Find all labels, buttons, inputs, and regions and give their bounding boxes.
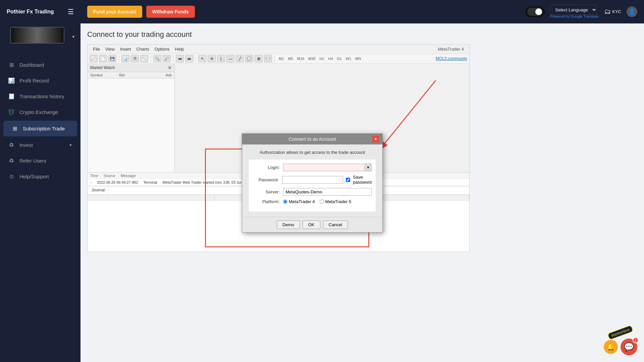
we-are-here-text: WeAreHere bbox=[611, 327, 630, 338]
hamburger-icon[interactable]: ☰ bbox=[68, 8, 74, 16]
mt-btn-line[interactable]: 📉 bbox=[140, 55, 148, 62]
sidebar-label-transactions: Transactions history bbox=[19, 94, 64, 99]
invest-icon: ♻ bbox=[8, 142, 15, 148]
cancel-button[interactable]: Cancel bbox=[323, 221, 348, 229]
tf-h4[interactable]: H4 bbox=[326, 56, 334, 61]
user-avatar[interactable]: 👤 bbox=[627, 6, 637, 17]
theme-toggle[interactable] bbox=[525, 6, 545, 17]
sidebar-item-help-support[interactable]: ⊙ Help/Support bbox=[0, 169, 80, 184]
mt-btn-hline[interactable]: — bbox=[226, 55, 234, 62]
crypto-icon: 💱 bbox=[8, 109, 15, 115]
save-password-checkbox[interactable] bbox=[346, 178, 350, 182]
notification-bell-button[interactable]: 🔔 bbox=[604, 340, 618, 354]
sidebar-item-refer-users[interactable]: ♻ Refer Users bbox=[0, 153, 80, 169]
dashboard-icon: ⊞ bbox=[8, 62, 15, 68]
tf-d1[interactable]: D1 bbox=[335, 56, 343, 61]
mt-btn-scroll-start[interactable]: ⏮ bbox=[176, 55, 184, 62]
platform-radio-group: MetaTrader 4 MetaTrader 5 bbox=[283, 199, 372, 204]
toolbar-divider-5 bbox=[274, 55, 275, 62]
mt-btn-period[interactable]: ⏱ bbox=[131, 55, 139, 62]
user-dropdown-arrow[interactable]: ▼ bbox=[69, 35, 75, 39]
mt-btn-chart-new[interactable]: 📈 bbox=[90, 55, 98, 62]
tf-m30[interactable]: M30 bbox=[307, 56, 317, 61]
platform-mt4-radio[interactable] bbox=[283, 199, 287, 204]
mt-menu-charts[interactable]: Charts bbox=[133, 46, 152, 53]
mt-btn-crosshair[interactable]: ✛ bbox=[208, 55, 216, 62]
mt-menu-file[interactable]: File bbox=[90, 46, 103, 53]
login-input[interactable] bbox=[283, 164, 365, 171]
server-input[interactable]: MetaQuotes-Demo bbox=[283, 188, 372, 196]
sidebar-label-help: Help/Support bbox=[19, 174, 49, 179]
fund-account-button[interactable]: Fund your Account bbox=[87, 6, 142, 18]
mt-tab-journal[interactable]: Journal bbox=[88, 186, 109, 194]
mt-btn-vline[interactable]: | bbox=[217, 55, 225, 62]
tf-m15[interactable]: M15 bbox=[296, 56, 306, 61]
form-row-platform: Platform: MetaTrader 4 MetaTrader 5 bbox=[253, 199, 372, 204]
market-watch-close[interactable]: ✕ bbox=[168, 65, 172, 70]
tf-mn[interactable]: MN bbox=[354, 56, 363, 61]
metatrader-frame: File View Insert Charts Options Help Met… bbox=[87, 44, 470, 252]
withdraw-funds-button[interactable]: Withdraw Funds bbox=[146, 6, 195, 18]
toggle-knob bbox=[535, 8, 542, 15]
platform-mt4-label: MetaTrader 4 bbox=[289, 199, 315, 204]
mw-col-ask: Ask bbox=[146, 72, 174, 78]
language-select[interactable]: Select Language bbox=[550, 5, 597, 15]
mt-btn-trendline[interactable]: ╱ bbox=[236, 55, 244, 62]
mt-btn-text[interactable]: 💬 bbox=[245, 55, 253, 62]
chat-bubble-button[interactable]: 💬 1 bbox=[621, 339, 637, 355]
mql5-link[interactable]: MQL5.community bbox=[436, 56, 467, 61]
form-row-server: Server: MetaQuotes-Demo bbox=[253, 188, 372, 196]
market-watch-columns: Symbol Bid Ask bbox=[88, 72, 174, 78]
login-input-wrapper: ▼ bbox=[283, 164, 372, 171]
mt-btn-zoom-in[interactable]: 🔍 bbox=[153, 55, 161, 62]
tf-m1[interactable]: M1 bbox=[277, 56, 285, 61]
dialog-subtitle: Authorization allows to get access to th… bbox=[249, 150, 376, 155]
market-watch-body bbox=[88, 78, 174, 172]
mt-menu-items: File View Insert Charts Options Help bbox=[90, 46, 186, 53]
tf-m5[interactable]: M5 bbox=[286, 56, 294, 61]
sidebar-item-profit-record[interactable]: 📊 Profit Record bbox=[0, 73, 80, 88]
mt-menu-options[interactable]: Options bbox=[152, 46, 172, 53]
mt-menu-insert[interactable]: Insert bbox=[117, 46, 134, 53]
platform-mt5-radio[interactable] bbox=[320, 199, 324, 204]
subscription-icon: ⊞ bbox=[11, 125, 18, 132]
tf-h1[interactable]: H1 bbox=[318, 56, 326, 61]
user-box[interactable] bbox=[10, 27, 64, 44]
mt-btn-indicator[interactable]: 📊 bbox=[121, 55, 129, 62]
login-dropdown-arrow[interactable]: ▼ bbox=[365, 164, 372, 171]
tf-w1[interactable]: W1 bbox=[344, 56, 353, 61]
demo-button[interactable]: Demo bbox=[277, 221, 300, 229]
platform-mt4-option[interactable]: MetaTrader 4 bbox=[283, 199, 315, 204]
log-col-source: Source bbox=[101, 173, 118, 179]
dialog-form: Login: ▼ Password: Save password bbox=[249, 160, 376, 212]
profit-record-icon: 📊 bbox=[8, 77, 15, 84]
app-title: Pothier Fx Trading bbox=[7, 9, 54, 15]
mt-btn-save[interactable]: 💾 bbox=[108, 55, 116, 62]
mt-btn-scroll-end[interactable]: ⏭ bbox=[185, 55, 193, 62]
sidebar-item-dashboard[interactable]: ⊞ Dashboard bbox=[0, 57, 80, 73]
dialog-close-button[interactable]: × bbox=[372, 136, 379, 142]
sidebar-nav: ⊞ Dashboard 📊 Profit Record 🧾 Transactio… bbox=[0, 57, 80, 362]
sidebar-label-subscription: Subscription Trade bbox=[23, 126, 65, 131]
ok-button[interactable]: OK bbox=[303, 221, 320, 229]
mt-menu-help[interactable]: Help bbox=[172, 46, 187, 53]
kyc-badge[interactable]: 🗂 KYC bbox=[604, 8, 621, 15]
mt-btn-open[interactable]: 📄 bbox=[99, 55, 107, 62]
main-content: Connect to your trading account File Vie… bbox=[80, 23, 644, 362]
sidebar-item-invest[interactable]: ♻ Invest ▼ bbox=[0, 137, 80, 153]
sidebar-item-subscription-trade[interactable]: ⊞ Subscription Trade bbox=[3, 121, 77, 136]
platform-mt5-option[interactable]: MetaTrader 5 bbox=[320, 199, 352, 204]
sidebar-item-crypto-exchange[interactable]: 💱 Crypto Exchange bbox=[0, 104, 80, 120]
sidebar-item-transactions-history[interactable]: 🧾 Transactions history bbox=[0, 88, 80, 104]
mt-btn-icons[interactable]: ⊞ bbox=[255, 55, 263, 62]
mt-btn-fibo[interactable]: ⋮⋮ bbox=[264, 55, 272, 62]
chat-notification-badge: 1 bbox=[633, 337, 639, 343]
connect-account-dialog[interactable]: Connect to an Account × Authorization al… bbox=[242, 133, 383, 233]
toggle-switch[interactable] bbox=[527, 8, 543, 16]
log-col-message: Message bbox=[118, 173, 139, 179]
mt-btn-cursor[interactable]: ↖ bbox=[198, 55, 206, 62]
password-input[interactable] bbox=[282, 176, 343, 184]
sidebar-label-refer: Refer Users bbox=[19, 158, 46, 164]
mt-menu-view[interactable]: View bbox=[103, 46, 117, 53]
mt-btn-zoom-out[interactable]: 🔎 bbox=[163, 55, 171, 62]
